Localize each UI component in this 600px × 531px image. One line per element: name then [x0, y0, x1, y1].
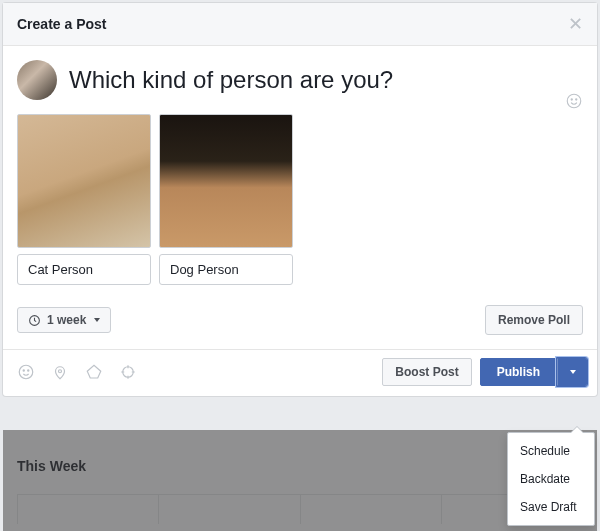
footer-icon-row [13, 363, 137, 381]
avatar [17, 60, 57, 100]
svg-point-7 [59, 370, 62, 373]
poll-duration-button[interactable]: 1 week [17, 307, 111, 333]
create-post-modal: Create a Post ✕ Which kind of person are… [3, 3, 597, 396]
compose-area: Which kind of person are you? [3, 46, 597, 106]
poll-options: Cat Person Dog Person [3, 106, 597, 295]
remove-poll-button[interactable]: Remove Poll [485, 305, 583, 335]
poll-option-2: Dog Person [159, 114, 293, 285]
dropdown-item-backdate[interactable]: Backdate [508, 465, 594, 493]
poll-thumbnail-1[interactable] [17, 114, 151, 248]
footer-buttons: Boost Post Publish [382, 358, 587, 386]
poll-duration-label: 1 week [47, 313, 86, 327]
publish-button[interactable]: Publish [480, 358, 557, 386]
svg-point-8 [123, 367, 134, 378]
svg-point-6 [28, 370, 29, 371]
post-text-input[interactable]: Which kind of person are you? [69, 60, 583, 95]
modal-footer: Boost Post Publish [3, 349, 597, 396]
publish-dropdown-toggle[interactable] [557, 358, 587, 386]
poll-controls-row: 1 week Remove Poll [3, 295, 597, 349]
publish-dropdown-menu: Schedule Backdate Save Draft [507, 432, 595, 526]
poll-option-1: Cat Person [17, 114, 151, 285]
location-pin-icon[interactable] [51, 363, 69, 381]
tag-icon[interactable] [85, 363, 103, 381]
chevron-down-icon [94, 318, 100, 322]
dropdown-item-schedule[interactable]: Schedule [508, 437, 594, 465]
target-icon[interactable] [119, 363, 137, 381]
dropdown-item-save-draft[interactable]: Save Draft [508, 493, 594, 521]
modal-header: Create a Post ✕ [3, 3, 597, 46]
poll-label-input-2[interactable]: Dog Person [159, 254, 293, 285]
modal-title: Create a Post [17, 16, 106, 32]
poll-label-input-1[interactable]: Cat Person [17, 254, 151, 285]
svg-point-0 [567, 94, 581, 108]
svg-point-5 [23, 370, 24, 371]
svg-point-1 [571, 99, 572, 100]
svg-point-2 [576, 99, 577, 100]
poll-thumbnail-2[interactable] [159, 114, 293, 248]
boost-post-button[interactable]: Boost Post [382, 358, 471, 386]
publish-button-group: Publish [480, 358, 587, 386]
emoji-icon[interactable] [565, 92, 583, 110]
smiley-icon[interactable] [17, 363, 35, 381]
close-icon[interactable]: ✕ [568, 15, 583, 33]
clock-icon [28, 314, 41, 327]
chevron-down-icon [570, 370, 576, 374]
svg-point-4 [19, 365, 33, 379]
